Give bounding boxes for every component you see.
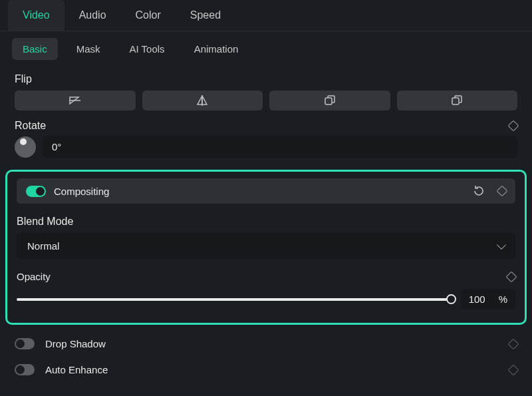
tab-audio[interactable]: Audio bbox=[65, 0, 121, 31]
flip-horizontal-icon bbox=[69, 96, 81, 105]
tab-video[interactable]: Video bbox=[8, 0, 65, 31]
compositing-header: Compositing bbox=[17, 178, 515, 204]
blendmode-value: Normal bbox=[27, 240, 59, 252]
opacity-value: 100 bbox=[469, 294, 485, 305]
svg-rect-3 bbox=[452, 98, 459, 104]
flip-row bbox=[15, 91, 517, 110]
flip-vertical-icon bbox=[196, 95, 209, 106]
dropshadow-row: Drop Shadow bbox=[0, 331, 532, 356]
opacity-value-input[interactable]: 100 % bbox=[461, 289, 515, 309]
svg-rect-2 bbox=[325, 98, 332, 104]
copy-alt-icon bbox=[452, 95, 462, 106]
sub-tabs: Basic Mask AI Tools Animation bbox=[0, 31, 532, 67]
tab-speed[interactable]: Speed bbox=[176, 0, 235, 31]
dropshadow-keyframe-button[interactable] bbox=[509, 340, 517, 348]
dropshadow-label: Drop Shadow bbox=[45, 338, 106, 349]
copy-button[interactable] bbox=[269, 91, 390, 110]
dropshadow-toggle[interactable] bbox=[15, 338, 35, 349]
flip-label: Flip bbox=[15, 73, 517, 85]
autoenhance-keyframe-button[interactable] bbox=[509, 366, 517, 374]
main-tabs: Video Audio Color Speed bbox=[0, 0, 532, 31]
reset-icon bbox=[473, 185, 485, 197]
keyframe-icon bbox=[508, 120, 519, 132]
tab-color[interactable]: Color bbox=[121, 0, 176, 31]
chevron-down-icon bbox=[497, 240, 506, 249]
autoenhance-label: Auto Enhance bbox=[45, 364, 108, 375]
compositing-reset-button[interactable] bbox=[473, 185, 485, 197]
opacity-slider[interactable] bbox=[17, 298, 452, 301]
keyframe-icon bbox=[497, 186, 508, 197]
keyframe-icon bbox=[506, 271, 517, 282]
flip-vertical-button[interactable] bbox=[142, 91, 263, 110]
copy-icon bbox=[325, 95, 335, 106]
compositing-keyframe-button[interactable] bbox=[498, 187, 506, 195]
autoenhance-row: Auto Enhance bbox=[0, 357, 532, 382]
compositing-toggle[interactable] bbox=[26, 186, 46, 197]
rotate-keyframe-button[interactable] bbox=[509, 122, 517, 130]
opacity-keyframe-button[interactable] bbox=[507, 273, 515, 281]
subtab-mask[interactable]: Mask bbox=[66, 38, 111, 60]
copy-alt-button[interactable] bbox=[397, 91, 518, 110]
compositing-label: Compositing bbox=[54, 186, 109, 197]
autoenhance-toggle[interactable] bbox=[15, 364, 35, 375]
compositing-panel: Compositing Blend Mode Normal Opacity 10… bbox=[5, 170, 527, 325]
flip-horizontal-button[interactable] bbox=[15, 91, 136, 110]
opacity-unit: % bbox=[499, 294, 507, 305]
subtab-aitools[interactable]: AI Tools bbox=[119, 38, 176, 60]
rotate-label: Rotate bbox=[15, 120, 46, 132]
rotate-dial[interactable] bbox=[15, 136, 36, 158]
opacity-label: Opacity bbox=[17, 271, 51, 282]
subtab-basic[interactable]: Basic bbox=[12, 38, 58, 60]
keyframe-icon bbox=[508, 338, 519, 349]
opacity-slider-thumb[interactable] bbox=[446, 294, 456, 304]
blendmode-label: Blend Mode bbox=[17, 216, 515, 228]
rotate-value-input[interactable]: 0° bbox=[43, 136, 517, 158]
keyframe-icon bbox=[508, 364, 519, 375]
subtab-animation[interactable]: Animation bbox=[184, 38, 249, 60]
blendmode-select[interactable]: Normal bbox=[17, 233, 515, 259]
